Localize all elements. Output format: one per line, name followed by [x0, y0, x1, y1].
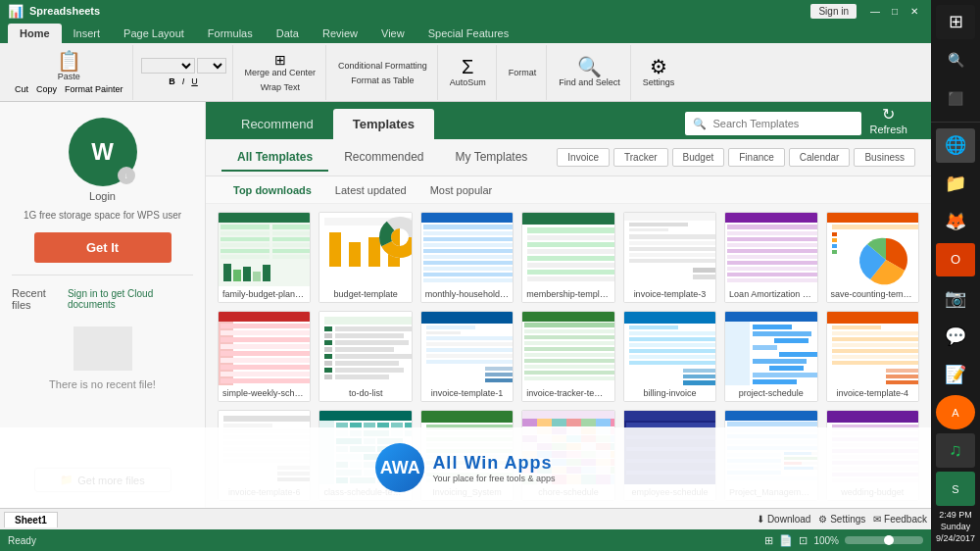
audacity-icon[interactable]: A [936, 395, 975, 429]
underline-button[interactable]: U [188, 75, 201, 87]
template-card[interactable]: membership-template [521, 212, 614, 303]
tab-special[interactable]: Special Features [416, 24, 521, 43]
settings-status-button[interactable]: ⚙ Settings [818, 514, 865, 525]
tab-templates[interactable]: Templates [333, 109, 434, 139]
tag-tracker[interactable]: Tracker [613, 148, 668, 167]
format-table-button[interactable]: Format as Table [347, 73, 417, 87]
tag-calendar[interactable]: Calendar [789, 148, 851, 167]
template-card[interactable]: invoice-template-1 [420, 311, 514, 402]
sort-latest[interactable]: Latest updated [323, 180, 418, 200]
format-button[interactable]: Format [505, 65, 541, 79]
tab-view[interactable]: View [369, 24, 416, 43]
filter-all[interactable]: All Templates [221, 144, 328, 172]
edge-icon[interactable]: 🌐 [936, 128, 975, 163]
instagram-icon[interactable]: 📷 [936, 280, 975, 315]
title-bar-left: 📊 Spreadsheets [8, 4, 100, 19]
svg-rect-75 [832, 225, 919, 229]
office-icon[interactable]: O [936, 243, 975, 277]
template-card[interactable]: invoice-template-4 [826, 311, 919, 402]
zoom-thumb[interactable] [884, 535, 894, 545]
template-name: invoice-tracker-temp... [522, 385, 613, 401]
svg-rect-42 [527, 227, 614, 233]
font-size-select[interactable] [197, 58, 226, 74]
wechat-icon[interactable]: 💬 [936, 319, 975, 353]
tab-data[interactable]: Data [265, 24, 311, 43]
tab-formulas[interactable]: Formulas [196, 24, 265, 43]
tag-business[interactable]: Business [854, 148, 915, 167]
template-card[interactable]: Loan Amortization Sc... [724, 212, 817, 303]
template-name: Loan Amortization Sc... [725, 286, 816, 302]
cut-button[interactable]: Cut [12, 83, 31, 95]
filter-my-templates[interactable]: My Templates [440, 144, 544, 172]
minimize-button[interactable]: — [866, 3, 884, 19]
search-input[interactable] [685, 112, 861, 135]
refresh-label: Refresh [869, 124, 907, 135]
tag-finance[interactable]: Finance [728, 148, 785, 167]
settings-button[interactable]: ⚙ Settings [639, 55, 679, 89]
refresh-button[interactable]: ↻ Refresh [861, 105, 915, 135]
svg-rect-115 [426, 336, 514, 340]
windows-icon[interactable]: ⊞ [936, 5, 975, 39]
template-card[interactable]: ★ save-counting-templa... [826, 212, 919, 303]
format-painter-button[interactable]: Format Painter [62, 83, 126, 95]
merge-center-button[interactable]: ⊞ Merge and Center [241, 51, 320, 79]
tab-insert[interactable]: Insert [62, 24, 113, 43]
folder-icon[interactable]: 📁 [936, 167, 975, 201]
template-card[interactable]: simple-weekly-sched... [218, 311, 311, 402]
find-select-button[interactable]: 🔍 Find and Select [555, 55, 624, 89]
template-card[interactable]: to-do-list [318, 311, 412, 402]
tab-page-layout[interactable]: Page Layout [112, 24, 196, 43]
template-card[interactable]: project-schedule [724, 311, 817, 402]
italic-button[interactable]: I [179, 75, 188, 87]
tag-filters: Invoice Tracker Budget Finance Calendar … [557, 148, 915, 167]
filter-recommended[interactable]: Recommended [328, 144, 439, 172]
task-view-icon[interactable]: ⬛ [936, 81, 975, 116]
view-page-icon[interactable]: 📄 [779, 534, 793, 547]
search-icon[interactable]: 🔍 [936, 43, 975, 77]
template-card[interactable]: budget-template [318, 212, 412, 303]
download-button[interactable]: ⬇ Download [757, 514, 810, 525]
svg-rect-94 [324, 317, 412, 325]
tab-home[interactable]: Home [8, 24, 62, 43]
template-card[interactable]: billing-invoice [623, 311, 716, 402]
autosum-icon: Σ [462, 57, 473, 76]
music-icon[interactable]: ♫ [936, 433, 975, 468]
wrap-text-button[interactable]: Wrap Text [257, 79, 304, 94]
copy-button[interactable]: Copy [33, 83, 60, 95]
maximize-button[interactable]: □ [886, 3, 904, 19]
get-it-button[interactable]: Get It [34, 232, 172, 263]
template-card[interactable]: family-budget-planne. [218, 212, 311, 303]
tag-budget[interactable]: Budget [672, 148, 725, 167]
bold-button[interactable]: B [166, 75, 178, 87]
template-card[interactable]: invoice-tracker-temp... [521, 311, 614, 402]
font-select[interactable] [141, 58, 195, 74]
zoom-bar[interactable] [845, 536, 923, 544]
sheet-tab-1[interactable]: Sheet1 [4, 512, 58, 527]
svg-rect-127 [524, 335, 614, 339]
template-card[interactable]: invoice-template-3 [623, 212, 716, 303]
tab-review[interactable]: Review [311, 24, 369, 43]
view-normal-icon[interactable]: ⊞ [764, 534, 773, 547]
sign-in-link[interactable]: Sign in to get Cloud documents [68, 288, 193, 310]
paste-button[interactable]: 📋 Paste [53, 49, 85, 83]
view-fullscreen-icon[interactable]: ⊡ [799, 534, 808, 547]
conditional-format-button[interactable]: Conditional Formatting [334, 58, 431, 73]
sign-in-button[interactable]: Sign in [810, 4, 857, 19]
svg-rect-148 [725, 312, 750, 385]
sort-top-downloads[interactable]: Top downloads [221, 180, 323, 200]
sign-in-text: Sign in [68, 288, 98, 299]
wps-icon[interactable]: S [936, 472, 975, 506]
notes-icon[interactable]: 📝 [936, 357, 975, 391]
templates-row-2: simple-weekly-sched... [218, 311, 919, 402]
firefox-icon[interactable]: 🦊 [936, 205, 975, 239]
template-card[interactable]: monthly-household-b... [420, 212, 514, 303]
tag-invoice[interactable]: Invoice [557, 148, 610, 167]
feedback-button[interactable]: ✉ Feedback [873, 514, 927, 525]
svg-rect-168 [886, 369, 919, 373]
svg-rect-18 [263, 265, 270, 281]
svg-rect-13 [272, 255, 311, 259]
sort-popular[interactable]: Most popular [418, 180, 505, 200]
close-button[interactable]: ✕ [906, 3, 923, 19]
autosum-button[interactable]: Σ AutoSum [446, 55, 490, 89]
tab-recommend[interactable]: Recommend [221, 109, 333, 139]
